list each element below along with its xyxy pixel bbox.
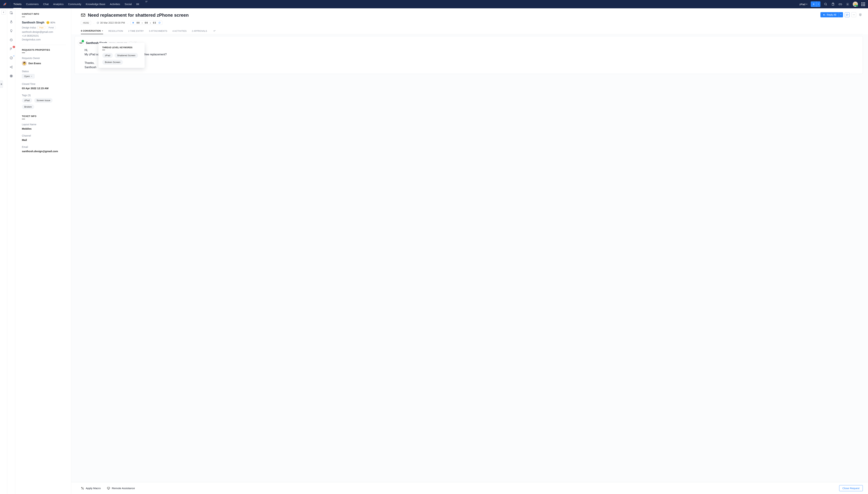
user-avatar[interactable]: 👨‍🦳	[853, 2, 858, 7]
tag-chip[interactable]: Broken	[22, 104, 34, 109]
nav-im[interactable]: IM	[136, 0, 139, 8]
heading-underline	[22, 17, 25, 17]
app-logo-icon[interactable]	[3, 2, 7, 6]
status-value: Open	[24, 75, 30, 78]
nav-more-icon[interactable]	[144, 0, 149, 8]
paid-badge: Paid	[37, 26, 45, 29]
sender-avatar[interactable]: SS	[78, 40, 84, 46]
gamepad-icon[interactable]	[838, 2, 842, 6]
tag-chip[interactable]: Screen Issue	[34, 98, 53, 103]
tab-approvals[interactable]: 2 APPROVALS	[192, 28, 207, 34]
body-line: Thanks,	[85, 61, 858, 65]
tab-conversation[interactable]: 6 CONVERSATION	[81, 28, 103, 34]
nav-links: Tickets Customers Chat Analytics Communi…	[13, 0, 799, 8]
closed-time-label: Closed Time	[22, 82, 66, 86]
reply-dropdown[interactable]	[839, 12, 843, 17]
rail-ideas-icon[interactable]	[9, 29, 13, 33]
keyword-chip[interactable]: zPad	[102, 53, 113, 58]
apply-macro-button[interactable]: Apply Macro	[81, 487, 101, 490]
keywords-heading: THREAD LEVEL KEYWORDS	[102, 46, 141, 49]
email-value: santhosh.design@gmail.com	[22, 150, 66, 153]
svg-rect-34	[133, 22, 134, 23]
svg-rect-11	[1, 83, 1, 85]
timer-pause-button[interactable]	[132, 22, 135, 24]
rail-history-icon[interactable]	[9, 38, 13, 42]
chevron-down-icon	[31, 76, 32, 77]
reply-all-button[interactable]: Reply All	[820, 12, 843, 17]
layers-icon[interactable]	[858, 12, 863, 17]
rail-approvals-icon[interactable]: 4	[9, 56, 13, 60]
contact-phone[interactable]: +14 083529191	[22, 34, 66, 37]
happiness-badge: 😊 80%	[47, 21, 55, 24]
status-dropdown[interactable]: Open	[22, 74, 35, 78]
svg-point-31	[854, 15, 855, 15]
keyword-chip[interactable]: Shattered Screen	[115, 53, 138, 58]
contact-website[interactable]: DesignIndus.com	[22, 38, 66, 41]
svg-rect-16	[11, 22, 12, 23]
svg-line-5	[826, 4, 827, 5]
ticket-info-heading: TICKET INFO	[22, 115, 66, 117]
nav-community[interactable]: Community	[68, 0, 81, 8]
company-name[interactable]: Design Indus	[22, 26, 36, 29]
keyword-chip[interactable]: Broken Screen	[102, 60, 123, 65]
conversation-card: SS Santhosh Singh 30 Mar 09:00 AM ▾ ⎙ Hi…	[75, 36, 863, 74]
owner-row[interactable]: 👨 Don Evans	[22, 61, 66, 66]
main-content: Need replacement for shattered zPhone sc…	[71, 8, 868, 494]
nav-chat[interactable]: Chat	[43, 0, 49, 8]
tab-activities[interactable]: 4 ACTIVITIES	[172, 28, 186, 34]
svg-point-10	[847, 4, 848, 5]
remote-assist-button[interactable]: Remote Assistance	[107, 487, 135, 490]
svg-point-4	[825, 3, 826, 5]
svg-point-30	[854, 15, 854, 15]
apply-macro-label: Apply Macro	[86, 487, 101, 490]
heading-underline	[22, 53, 25, 53]
comment-button[interactable]	[845, 12, 850, 17]
layout-value: Mobiles	[22, 127, 66, 130]
macro-icon	[81, 487, 84, 490]
clipboard-icon[interactable]	[831, 2, 835, 6]
ticket-id[interactable]: #9282	[81, 21, 91, 25]
nav-tickets[interactable]: Tickets	[13, 0, 21, 8]
nav-analytics[interactable]: Analytics	[53, 0, 63, 8]
rail-share-icon[interactable]	[9, 65, 13, 69]
tab-time-entry[interactable]: 2 TIME ENTRY	[128, 28, 144, 34]
create-button[interactable]	[811, 1, 820, 7]
selector-label: zPad	[799, 3, 805, 6]
nav-social[interactable]: Social	[125, 0, 132, 8]
plus-icon[interactable]	[811, 1, 817, 7]
owner-name: Don Evans	[29, 62, 41, 65]
svg-rect-39	[107, 487, 110, 489]
contact-name[interactable]: Santhosh Singh	[22, 21, 44, 24]
nav-activities[interactable]: Activities	[110, 0, 120, 8]
tag-chip[interactable]: zPad	[22, 98, 32, 103]
monitor-icon	[107, 487, 110, 490]
product-selector[interactable]: zPad	[799, 3, 808, 6]
mail-icon	[81, 13, 86, 17]
nav-knowledge-base[interactable]: Knowledge Base	[86, 0, 105, 8]
svg-rect-28	[81, 14, 85, 16]
tab-attachments[interactable]: 3 ATTACHMENTS	[149, 28, 167, 34]
rail-flag-icon[interactable]: 2	[9, 47, 13, 51]
rail-ticket-settings-icon[interactable]	[9, 11, 13, 15]
contact-email[interactable]: santhosh.design@gmail.com	[22, 31, 66, 33]
tabs-more-icon[interactable]	[212, 30, 217, 33]
apps-grid-icon[interactable]	[861, 2, 865, 6]
rail-bot-icon[interactable]	[9, 20, 13, 24]
gear-icon[interactable]	[846, 2, 850, 6]
nav-right: zPad 👨‍🦳	[799, 1, 865, 7]
timer-reset-button[interactable]	[158, 22, 161, 24]
collapse-column	[0, 8, 7, 494]
more-actions-button[interactable]	[851, 12, 856, 17]
body-line: My zPad screen shattered, is it possible…	[85, 52, 858, 57]
side-pause-tab[interactable]	[0, 80, 3, 88]
close-request-button[interactable]: Close Request	[839, 485, 863, 491]
nav-customers[interactable]: Customers	[26, 0, 39, 8]
collapse-left-button[interactable]	[1, 10, 6, 15]
tab-resolution[interactable]: RESOLUTION	[108, 28, 123, 34]
keyword-chips: zPad Shattered Screen Broken Screen	[102, 53, 141, 65]
create-dropdown[interactable]	[817, 1, 820, 7]
channel-label: Channel	[22, 134, 66, 137]
svg-line-22	[11, 66, 12, 67]
search-icon[interactable]	[824, 2, 828, 6]
rail-atom-icon[interactable]	[9, 74, 13, 78]
